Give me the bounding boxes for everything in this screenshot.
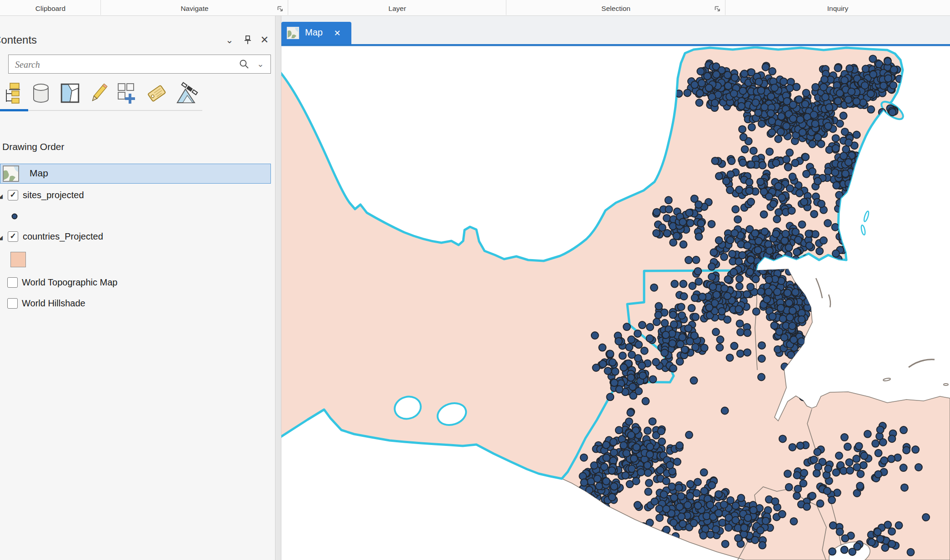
- list-by-editing-icon[interactable]: [87, 82, 109, 105]
- expander-icon[interactable]: ◢: [0, 235, 5, 241]
- ribbon-strip: ClipboardNavigateLayerSelectionInquiry: [0, 0, 950, 16]
- tab-map[interactable]: Map ✕: [281, 22, 351, 44]
- list-by-snapping-icon[interactable]: [115, 82, 137, 105]
- search-input[interactable]: [14, 55, 234, 74]
- polygon-symbol-swatch[interactable]: [10, 252, 26, 267]
- map-item-row[interactable]: Map: [0, 164, 271, 184]
- map-tab-bar: Map ✕: [281, 16, 950, 44]
- countries-projected-checkbox[interactable]: ✓: [8, 231, 18, 242]
- world-hillshade-checkbox[interactable]: [7, 298, 18, 309]
- panel-title-clip: Contents: [0, 31, 136, 49]
- contents-panel-header: Contents ⌄ ✕: [0, 31, 275, 49]
- belize-cays: [816, 278, 822, 298]
- map-tab-close-icon[interactable]: ✕: [331, 27, 343, 39]
- layer-row-world-topographic-map[interactable]: World Topographic Map: [0, 277, 271, 290]
- honduras-cays: [909, 360, 935, 367]
- honduras-cays: [883, 378, 891, 381]
- world-topographic-map-checkbox[interactable]: [7, 277, 18, 288]
- list-by-perspective-imagery-icon[interactable]: [175, 82, 196, 105]
- belize-cays: [829, 295, 830, 307]
- search-icon[interactable]: [239, 59, 250, 70]
- chinchorro-islet: [860, 225, 865, 235]
- dialog-launcher-icon[interactable]: [277, 5, 284, 12]
- map-tab-icon: [287, 27, 299, 39]
- list-by-drawing-order-icon[interactable]: [2, 82, 24, 105]
- layer-row-sites-projected[interactable]: ◢ ✓ sites_projected: [0, 190, 271, 203]
- list-by-data-source-icon[interactable]: [30, 82, 52, 105]
- list-by-selection-icon[interactable]: [59, 82, 81, 105]
- panel-close-icon[interactable]: ✕: [257, 31, 272, 49]
- honduras-cays: [944, 384, 948, 385]
- dialog-launcher-icon[interactable]: [714, 5, 721, 12]
- layer-row-world-hillshade[interactable]: World Hillshade: [0, 298, 271, 311]
- active-list-tab-underline: [0, 109, 28, 111]
- contents-list-toolbar: [1, 81, 274, 109]
- list-tab-underline: [28, 110, 202, 111]
- map-item-label: Map: [30, 168, 48, 179]
- drawing-order-heading: Drawing Order: [2, 141, 65, 152]
- ribbon-group-label: Clipboard: [0, 5, 101, 13]
- map-thumbnail-icon: [3, 165, 19, 182]
- ribbon-group-inquiry: Inquiry: [725, 0, 950, 15]
- map-tab-label: Map: [305, 27, 323, 38]
- ribbon-group-clipboard: Clipboard: [0, 0, 101, 15]
- pin-icon[interactable]: [241, 31, 255, 49]
- contents-panel: Contents ⌄ ✕ ⌄: [0, 16, 275, 560]
- layer-label: World Hillshade: [22, 298, 85, 309]
- ribbon-group-layer: Layer: [288, 0, 506, 15]
- sites-projected-checkbox[interactable]: ✓: [8, 190, 18, 200]
- point-symbol-swatch[interactable]: [11, 213, 18, 220]
- search-box[interactable]: ⌄: [8, 55, 271, 74]
- ribbon-group-selection: Selection: [506, 0, 725, 15]
- expander-icon[interactable]: ◢: [0, 193, 5, 200]
- layer-row-countries-projected[interactable]: ◢ ✓ countries_Projected: [0, 231, 271, 245]
- panel-title: Contents: [0, 31, 136, 49]
- search-options-chevron-icon[interactable]: ⌄: [254, 58, 267, 70]
- ribbon-group-label: Selection: [506, 5, 725, 13]
- map-canvas[interactable]: [281, 46, 950, 560]
- panel-resize-handle[interactable]: [275, 16, 281, 560]
- chinchorro-islet: [863, 211, 870, 222]
- ribbon-group-label: Layer: [288, 5, 506, 13]
- layer-label: countries_Projected: [23, 231, 103, 242]
- panel-menu-chevron-icon[interactable]: ⌄: [222, 31, 237, 49]
- list-by-labeling-icon[interactable]: [145, 82, 167, 105]
- layer-label: World Topographic Map: [22, 277, 118, 288]
- ribbon-group-label: Navigate: [101, 5, 288, 13]
- ribbon-group-label: Inquiry: [725, 5, 950, 13]
- map-view: Map ✕: [281, 16, 950, 560]
- layer-label: sites_projected: [23, 190, 84, 200]
- ribbon-group-navigate: Navigate: [101, 0, 288, 15]
